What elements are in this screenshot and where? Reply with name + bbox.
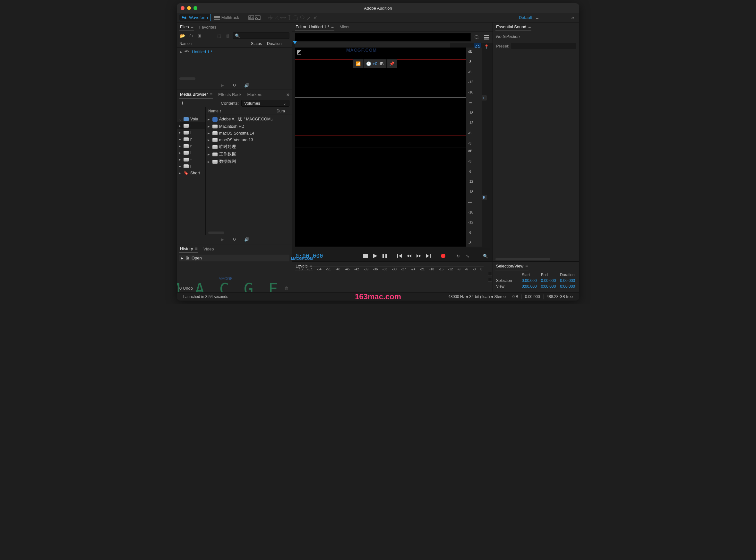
spectral-pitch-icon[interactable]	[255, 15, 260, 20]
rewind-button[interactable]	[405, 252, 413, 260]
list-view-icon[interactable]	[483, 34, 490, 41]
tree-item[interactable]: ▸-	[177, 156, 205, 163]
slip-tool-icon[interactable]	[280, 15, 286, 20]
spectral-frequency-icon[interactable]	[248, 15, 254, 20]
spot-healing-tool-icon[interactable]	[312, 15, 318, 20]
essential-sound-menu-icon[interactable]	[526, 24, 531, 29]
record-button[interactable]	[439, 252, 447, 260]
play-icon[interactable]: ▶	[219, 82, 226, 88]
list-item[interactable]: ▸Adobe A...版「MACGF.COM」	[206, 116, 292, 123]
tree-item[interactable]: ▸i	[177, 163, 205, 169]
tree-item[interactable]: ▸I	[177, 129, 205, 136]
scrollbar[interactable]	[496, 258, 550, 260]
loop-icon[interactable]: ↻	[231, 82, 238, 88]
history-tab[interactable]: History	[180, 245, 198, 253]
view-end[interactable]: 0:00.000	[541, 284, 557, 289]
list-item[interactable]: ▸数据阵列	[206, 158, 292, 165]
zoom-in-button[interactable]: 🔍	[482, 252, 489, 260]
clip-indicator-r[interactable]	[488, 278, 492, 282]
selection-view-menu-icon[interactable]	[523, 264, 528, 268]
zoom-tool-icon[interactable]	[473, 34, 480, 41]
files-column-header[interactable]: Name ↑ Status Duration	[177, 40, 292, 47]
marquee-tool-icon[interactable]	[293, 15, 299, 20]
expand-toolbar-icon[interactable]	[571, 15, 574, 21]
media-browser-header[interactable]: Name ↑ Dura	[206, 107, 292, 115]
fast-forward-button[interactable]	[415, 252, 423, 260]
stop-button[interactable]	[362, 252, 369, 260]
waveform-view-button[interactable]: Waveform	[179, 14, 211, 21]
list-item[interactable]: ▸工作数据	[206, 151, 292, 158]
list-item[interactable]: ▸临时处理	[206, 143, 292, 151]
autoplay-icon[interactable]: 🔊	[244, 82, 250, 88]
multitrack-view-button[interactable]: Multitrack	[211, 14, 242, 21]
loop-playback-button[interactable]: ↻	[454, 252, 462, 260]
tree-item[interactable]: ▸🔖Short	[177, 169, 205, 176]
time-selection-tool-icon[interactable]	[287, 15, 292, 20]
lasso-tool-icon[interactable]	[299, 15, 305, 20]
video-tab[interactable]: Video	[203, 245, 215, 253]
mixer-tab[interactable]: Mixer	[339, 23, 351, 31]
files-search-input[interactable]: 🔍	[233, 33, 290, 39]
new-file-icon[interactable]: ⊞	[196, 33, 203, 39]
effects-rack-tab[interactable]: Effects Rack	[217, 91, 242, 98]
file-row[interactable]: ▸ Untitled 1 *	[179, 49, 290, 55]
favorites-tab[interactable]: Favorites	[198, 23, 217, 31]
media-browser-menu-icon[interactable]	[208, 92, 212, 97]
essential-sound-tab[interactable]: Essential Sound	[496, 23, 531, 31]
tree-item[interactable]: ▸r	[177, 136, 205, 143]
right-channel-label[interactable]: R	[482, 195, 487, 200]
selection-view-tab[interactable]: Selection/View	[496, 262, 528, 271]
brush-tool-icon[interactable]	[306, 15, 312, 20]
tree-item[interactable]: ⌄Volu	[177, 116, 205, 122]
files-panel-menu-icon[interactable]	[189, 24, 193, 29]
media-browser-tree[interactable]: ⌄Volu▸:▸I▸r▸r▸I▸-▸i▸🔖Short	[177, 107, 206, 235]
tree-item[interactable]: ▸r	[177, 143, 205, 149]
play-icon[interactable]: ▶	[219, 237, 226, 242]
tree-item[interactable]: ▸:	[177, 122, 205, 129]
channel-options-icon[interactable]	[297, 50, 301, 55]
loop-icon[interactable]: ↻	[231, 237, 238, 242]
selection-duration[interactable]: 0:00.000	[560, 278, 576, 283]
play-button[interactable]	[371, 252, 379, 260]
overview-navigator[interactable]	[295, 33, 471, 41]
media-browser-tab[interactable]: Media Browser	[180, 90, 213, 99]
media-browser-list[interactable]: ▸Adobe A...版「MACGF.COM」▸Macintosh HD▸mac…	[206, 115, 292, 231]
editor-menu-icon[interactable]	[329, 24, 334, 29]
workspace-label[interactable]: Default	[519, 15, 532, 20]
view-start[interactable]: 0:00.000	[522, 284, 538, 289]
editor-tab[interactable]: Editor: Untitled 1 *	[295, 23, 334, 31]
markers-tab[interactable]: Markers	[247, 91, 263, 98]
history-item[interactable]: ▸ 🗎 Open	[180, 255, 290, 261]
history-menu-icon[interactable]	[193, 246, 197, 251]
scrollbar[interactable]	[180, 77, 195, 80]
expand-icon[interactable]: ▸	[180, 49, 182, 54]
go-to-end-button[interactable]	[424, 252, 432, 260]
selection-end[interactable]: 0:00.000	[541, 278, 557, 283]
expand-panel-icon[interactable]	[287, 92, 290, 97]
playhead-handle-icon[interactable]	[293, 41, 297, 44]
move-tool-icon[interactable]	[267, 15, 273, 20]
workspace-menu-icon[interactable]	[534, 15, 539, 20]
contents-dropdown[interactable]: Volumes ⌄	[241, 100, 290, 106]
view-duration[interactable]: 0:00.000	[560, 284, 576, 289]
files-tab[interactable]: Files	[180, 23, 194, 31]
scrollbar[interactable]	[208, 232, 224, 234]
go-to-start-button[interactable]	[396, 252, 403, 260]
import-file-icon[interactable]: 🗀	[188, 33, 194, 39]
waveform-display[interactable]: MACGF.COM L R 📶 🕘 +0 dB 📌	[295, 47, 466, 246]
horizontal-scrollbar[interactable]	[295, 248, 490, 251]
skip-selection-button[interactable]: ⤡	[464, 252, 471, 260]
clip-indicator-l[interactable]	[488, 272, 492, 276]
download-icon[interactable]: ⬇	[180, 100, 186, 106]
list-item[interactable]: ▸macOS Sonoma 14	[206, 130, 292, 137]
razor-tool-icon[interactable]	[274, 15, 279, 20]
selection-start[interactable]: 0:00.000	[522, 278, 538, 283]
list-item[interactable]: ▸Macintosh HD	[206, 123, 292, 130]
hud-controls[interactable]: 📶 🕘 +0 dB 📌	[353, 59, 397, 68]
trash-icon[interactable]: 🗑	[283, 285, 290, 291]
preset-dropdown[interactable]	[511, 43, 576, 49]
autoplay-icon[interactable]: 🔊	[244, 237, 250, 242]
pause-button[interactable]	[381, 252, 388, 260]
list-item[interactable]: ▸macOS Ventura 13	[206, 137, 292, 143]
open-file-icon[interactable]: 📂	[180, 33, 186, 39]
